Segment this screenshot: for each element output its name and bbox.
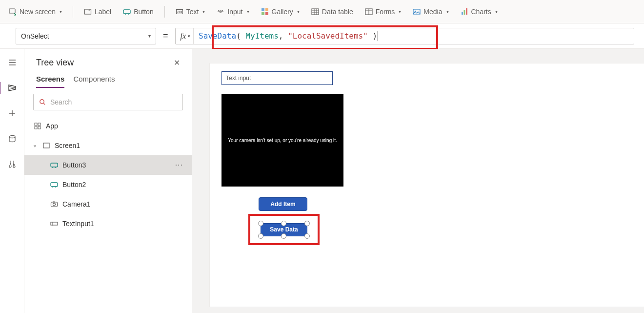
chevron-down-icon: ▾ (60, 9, 62, 14)
svg-rect-24 (43, 143, 49, 148)
tree-item-screen[interactable]: ▿ Screen1 (24, 136, 192, 155)
svg-rect-27 (51, 202, 58, 207)
tree-item-textinput1[interactable]: TextInput1 (24, 214, 192, 233)
svg-text:Abc: Abc (177, 10, 182, 13)
add-item-button[interactable]: Add Item (259, 197, 307, 211)
tab-components[interactable]: Components (73, 75, 115, 88)
rail-data[interactable] (3, 132, 21, 146)
new-screen-label: New screen (20, 8, 56, 16)
resize-handle[interactable] (281, 233, 286, 239)
rail-tree-view[interactable] (3, 81, 21, 95)
screen-icon (42, 141, 51, 150)
data-table-label: Data table (322, 8, 353, 16)
label-button[interactable]: Label (79, 5, 116, 19)
close-icon[interactable]: ✕ (174, 58, 180, 67)
tree-label: Screen1 (55, 142, 80, 149)
charts-button[interactable]: Charts ▾ (456, 5, 503, 19)
text-input-control[interactable]: Text input (221, 71, 333, 85)
save-data-highlight: Save Data (248, 214, 320, 245)
gallery-button[interactable]: Gallery ▾ (256, 5, 304, 19)
property-selector[interactable]: OnSelect ▾ (16, 28, 156, 44)
gallery-label: Gallery (272, 8, 293, 16)
save-data-button[interactable]: Save Data (261, 223, 307, 236)
resize-handle[interactable] (304, 221, 310, 226)
label-label: Label (95, 8, 111, 16)
svg-rect-10 (265, 12, 268, 15)
search-icon (39, 98, 46, 106)
rail-hamburger[interactable] (3, 56, 21, 69)
formula-input-box[interactable]: fx ▾ SaveData( MyItems, "LocalSavedItems… (175, 28, 634, 44)
rail-insert[interactable] (3, 106, 21, 120)
button-button[interactable]: Button (118, 5, 158, 19)
new-screen-icon (9, 8, 17, 16)
main-area: Tree view ✕ Screens Components Search Ap… (0, 49, 644, 313)
fx-button[interactable]: fx ▾ (176, 28, 194, 44)
resize-handle[interactable] (258, 221, 263, 226)
separator (73, 6, 73, 18)
resize-handle[interactable] (258, 233, 263, 239)
svg-point-28 (53, 203, 56, 206)
camera-message: Your camera isn't set up, or you're alre… (228, 138, 337, 143)
svg-rect-9 (262, 12, 264, 15)
chevron-down-icon[interactable]: ▿ (31, 143, 38, 148)
tree-label: TextInput1 (62, 220, 94, 228)
button-icon (50, 161, 59, 169)
svg-rect-21 (38, 123, 40, 125)
media-icon (413, 8, 421, 16)
formula-bar: OnSelect ▾ = fx ▾ SaveData( MyItems, "Lo… (0, 23, 644, 49)
media-label: Media (423, 8, 442, 16)
add-item-label: Add Item (270, 201, 295, 208)
formula-content[interactable]: SaveData( MyItems, "LocalSavedItems" ) (194, 28, 383, 44)
tree-label: App (46, 122, 58, 130)
svg-rect-11 (312, 9, 319, 15)
tree-item-button2[interactable]: Button2 (24, 175, 192, 194)
token-lparen: ( (236, 31, 241, 41)
token-space (241, 31, 246, 41)
save-data-label: Save Data (270, 226, 298, 233)
gallery-icon (261, 8, 269, 16)
svg-rect-26 (51, 183, 58, 187)
camera-icon (50, 200, 59, 209)
tree-label: Button2 (62, 181, 86, 188)
charts-label: Charts (471, 8, 491, 16)
svg-rect-25 (51, 163, 58, 167)
tab-screens[interactable]: Screens (36, 75, 64, 88)
resize-handle[interactable] (281, 221, 286, 226)
equals-sign: = (161, 31, 170, 41)
canvas-area: Text input Your camera isn't set up, or … (192, 49, 644, 313)
more-icon[interactable]: ··· (175, 161, 186, 169)
button-icon (123, 8, 131, 16)
svg-rect-29 (53, 202, 55, 203)
token-identifier: MyItems (245, 31, 278, 41)
token-string: "LocalSavedItems" (288, 31, 368, 41)
rail-tools[interactable] (3, 157, 21, 171)
separator (164, 6, 165, 18)
tree-item-camera1[interactable]: Camera1 (24, 194, 192, 214)
label-icon (84, 8, 92, 16)
svg-rect-2 (123, 10, 130, 14)
svg-rect-0 (9, 9, 15, 13)
forms-icon (365, 8, 373, 16)
data-table-button[interactable]: Data table (306, 5, 358, 19)
token-comma: , (279, 31, 283, 41)
button-label: Button (134, 8, 153, 16)
token-space (368, 31, 373, 41)
chevron-down-icon: ▾ (495, 9, 498, 14)
token-space (283, 31, 288, 41)
fx-label-text: fx (181, 32, 186, 41)
new-screen-button[interactable]: New screen ▾ (4, 5, 67, 19)
screen-artboard[interactable]: Text input Your camera isn't set up, or … (210, 63, 644, 307)
svg-point-6 (222, 10, 223, 11)
input-button[interactable]: Input ▾ (212, 5, 254, 19)
text-button[interactable]: Abc Text ▾ (171, 5, 210, 19)
forms-button[interactable]: Forms ▾ (360, 5, 406, 19)
tree-title: Tree view (36, 58, 74, 68)
chevron-down-icon: ▾ (202, 9, 205, 14)
tree-item-button3[interactable]: Button3 ··· (24, 155, 192, 175)
search-input[interactable]: Search (33, 94, 183, 110)
tree-item-app[interactable]: App (24, 116, 192, 136)
resize-handle[interactable] (304, 233, 310, 239)
camera-control[interactable]: Your camera isn't set up, or you're alre… (221, 94, 343, 187)
media-button[interactable]: Media ▾ (408, 5, 453, 19)
svg-point-18 (9, 136, 15, 138)
